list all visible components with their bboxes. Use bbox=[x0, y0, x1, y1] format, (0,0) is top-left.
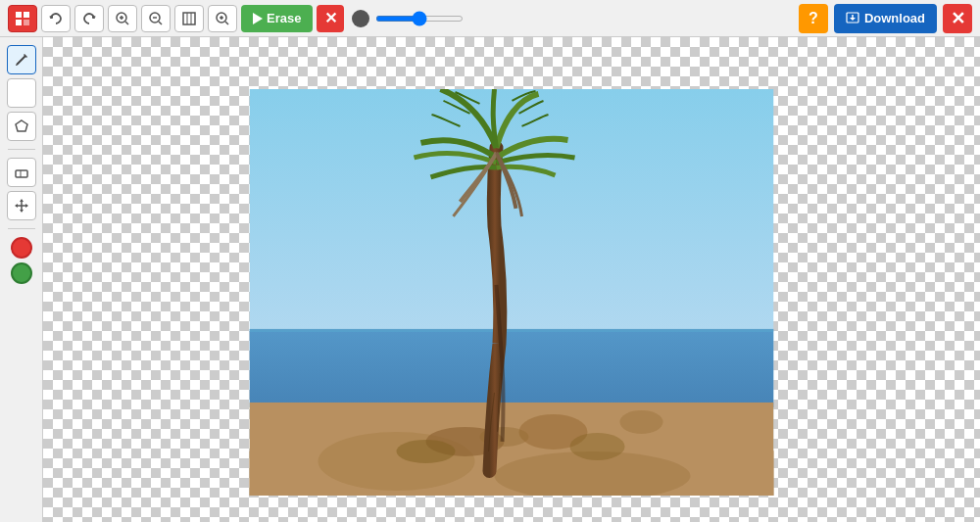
left-sidebar bbox=[0, 37, 43, 522]
zoom-fit-icon bbox=[181, 11, 197, 26]
app-icon-button[interactable] bbox=[8, 5, 37, 32]
svg-point-44 bbox=[397, 439, 456, 462]
zoom-reset-icon bbox=[215, 11, 230, 26]
sidebar-separator-2 bbox=[8, 228, 35, 229]
lasso-icon bbox=[14, 85, 29, 101]
help-icon: ? bbox=[808, 10, 818, 27]
svg-line-9 bbox=[125, 22, 128, 24]
svg-point-20 bbox=[220, 16, 223, 19]
svg-rect-38 bbox=[250, 328, 774, 331]
svg-rect-28 bbox=[16, 170, 27, 177]
download-icon bbox=[846, 12, 859, 25]
undo-icon bbox=[48, 11, 64, 26]
svg-point-63 bbox=[620, 409, 663, 433]
svg-rect-1 bbox=[24, 12, 29, 18]
undo-button[interactable] bbox=[41, 5, 71, 32]
svg-marker-23 bbox=[850, 18, 856, 21]
svg-rect-2 bbox=[16, 20, 22, 25]
toolbar-right: ? Download ✕ bbox=[799, 4, 972, 33]
image-wrapper bbox=[250, 88, 774, 495]
brush-preview bbox=[352, 10, 369, 27]
color-green[interactable] bbox=[11, 262, 32, 284]
svg-point-62 bbox=[570, 432, 625, 459]
eraser-icon bbox=[14, 165, 29, 180]
svg-line-24 bbox=[17, 56, 25, 65]
play-icon bbox=[253, 13, 263, 24]
redo-button[interactable] bbox=[74, 5, 104, 32]
zoom-in-button[interactable] bbox=[108, 5, 137, 32]
beach-scene-svg bbox=[250, 88, 774, 495]
close-button[interactable]: ✕ bbox=[943, 4, 972, 33]
svg-rect-0 bbox=[16, 12, 22, 18]
canvas-area[interactable] bbox=[43, 37, 980, 522]
brush-icon bbox=[14, 52, 29, 68]
app-logo-icon bbox=[15, 11, 30, 26]
close-icon: ✕ bbox=[951, 8, 965, 29]
move-tool[interactable] bbox=[7, 191, 36, 220]
help-button[interactable]: ? bbox=[799, 4, 828, 33]
brush-size-slider[interactable] bbox=[375, 16, 464, 22]
zoom-fit-button[interactable] bbox=[174, 5, 204, 32]
svg-rect-13 bbox=[183, 13, 195, 24]
svg-line-17 bbox=[225, 22, 228, 24]
svg-rect-3 bbox=[24, 20, 29, 25]
zoom-out-icon bbox=[148, 11, 164, 26]
cancel-button[interactable]: ✕ bbox=[317, 5, 344, 32]
svg-marker-33 bbox=[20, 210, 24, 213]
move-icon bbox=[14, 198, 29, 214]
brush-tool[interactable] bbox=[7, 45, 36, 74]
download-button[interactable]: Download bbox=[834, 4, 937, 33]
top-toolbar: Erase ✕ ? Download ✕ bbox=[0, 0, 980, 37]
brush-size-control bbox=[352, 10, 464, 27]
polygon-icon bbox=[14, 119, 29, 134]
zoom-reset-button[interactable] bbox=[208, 5, 237, 32]
redo-icon bbox=[81, 11, 97, 26]
svg-marker-34 bbox=[15, 204, 18, 208]
lasso-tool[interactable] bbox=[7, 78, 36, 108]
color-red[interactable] bbox=[11, 237, 32, 259]
sidebar-separator-1 bbox=[8, 149, 35, 150]
zoom-in-icon bbox=[115, 11, 130, 26]
eraser-tool[interactable] bbox=[7, 158, 36, 187]
svg-marker-35 bbox=[25, 204, 28, 208]
erase-label: Erase bbox=[267, 11, 301, 25]
main-area bbox=[0, 37, 980, 522]
image-container bbox=[250, 88, 774, 495]
svg-marker-32 bbox=[20, 199, 24, 202]
svg-marker-27 bbox=[16, 120, 27, 131]
zoom-out-button[interactable] bbox=[141, 5, 171, 32]
svg-line-12 bbox=[159, 22, 162, 24]
polygon-tool[interactable] bbox=[7, 112, 36, 141]
erase-button[interactable]: Erase bbox=[241, 5, 313, 32]
download-label: Download bbox=[864, 11, 925, 25]
cancel-icon: ✕ bbox=[324, 9, 337, 27]
svg-rect-37 bbox=[250, 328, 774, 406]
